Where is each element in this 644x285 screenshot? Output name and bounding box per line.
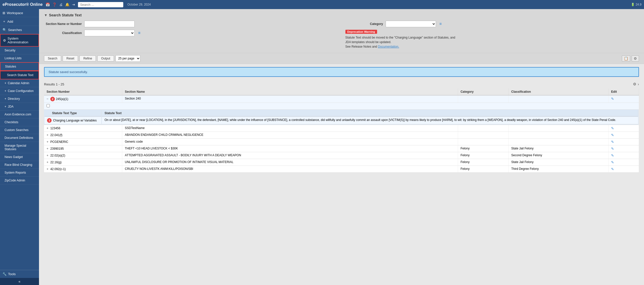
- refine-button[interactable]: Refine: [79, 55, 96, 61]
- edit-button[interactable]: ✎: [611, 140, 614, 144]
- reset-button[interactable]: Reset: [63, 55, 78, 61]
- expand-button[interactable]: +: [47, 160, 49, 164]
- deprecation-text2: See Release Notes and Documentation.: [345, 44, 399, 49]
- cell-edit: ✎: [609, 166, 639, 173]
- classification-select[interactable]: [84, 30, 135, 36]
- row-checkbox[interactable]: [47, 104, 50, 107]
- sidebar-item-search-statute-text[interactable]: Search Statute Text: [0, 71, 39, 79]
- panel-collapse-arrow[interactable]: ▼: [44, 13, 48, 17]
- cell-section-name: ABANDON ENDANGER CHILD CRIMINAL NEGLIGEN…: [122, 132, 458, 139]
- edit-button[interactable]: ✎: [611, 133, 614, 137]
- checkbox-cell: [44, 103, 639, 110]
- sidebar-item-directory[interactable]: + Directory: [0, 95, 39, 103]
- panel-title: ▼ Search Statute Text: [44, 13, 639, 17]
- table-row: + 42.092(c-1) CRUELTY NON-LIVESTK ANIM:K…: [44, 166, 639, 173]
- cell-section-name: ATTEMPTED AGGRAVATED ASSAULT - BODILY IN…: [122, 152, 458, 159]
- results-count: Results 1 - 25: [44, 82, 64, 86]
- edit-button[interactable]: ✎: [611, 160, 614, 164]
- per-page-select[interactable]: 25 per page: [115, 55, 140, 62]
- header-date: October 29, 2024: [127, 3, 151, 6]
- expand-button[interactable]: −: [47, 97, 49, 101]
- results-settings-icon[interactable]: ⚙: [633, 82, 636, 86]
- expand-button[interactable]: +: [47, 140, 49, 144]
- table-row: + 22.041(f) ABANDON ENDANGER CHILD CRIMI…: [44, 132, 639, 139]
- cell-classification: Second Degree Felony: [509, 152, 609, 159]
- results-next-icon[interactable]: ›: [638, 82, 639, 86]
- edit-button[interactable]: ✎: [611, 97, 614, 101]
- category-list-icon[interactable]: ≡: [439, 22, 442, 26]
- sidebar-item-system-reports[interactable]: System Reports: [0, 169, 39, 177]
- category-select[interactable]: [386, 21, 436, 27]
- sidebar-item-case-configuration[interactable]: + Case Configuration: [0, 87, 39, 95]
- sidebar-item-race-blind[interactable]: Race Blind Charging: [0, 161, 39, 169]
- cell-classification: [509, 139, 609, 145]
- edit-button[interactable]: ✎: [611, 153, 614, 157]
- expand-button[interactable]: +: [47, 126, 49, 130]
- output-button[interactable]: Output: [97, 55, 114, 61]
- plus-icon4: +: [5, 105, 6, 108]
- sidebar-item-lookup-lists[interactable]: Lookup Lists: [0, 54, 39, 62]
- search-button[interactable]: Search: [44, 55, 61, 61]
- signout-icon[interactable]: ⇥: [72, 3, 75, 7]
- classification-row: Classification ≡: [44, 30, 338, 36]
- sidebar-item-tools[interactable]: 🔧 Tools: [0, 270, 39, 278]
- sidebar-item-manage-special-statuses[interactable]: Manage Special Statuses: [0, 142, 39, 153]
- sidebar-item-custom-searches[interactable]: Custom Searches: [0, 126, 39, 134]
- expand-button[interactable]: +: [47, 147, 49, 150]
- sidebar-item-checklists[interactable]: Checklists: [0, 118, 39, 126]
- add-icon: ＋: [3, 19, 6, 24]
- print-icon[interactable]: 🖨: [59, 3, 63, 7]
- bell-icon[interactable]: 🔔: [65, 3, 69, 7]
- sidebar-item-calendar-admin[interactable]: + Calendar Admin: [0, 79, 39, 87]
- edit-button[interactable]: ✎: [611, 126, 614, 130]
- left-fields: Section Name or Number Classification ≡: [44, 21, 338, 49]
- calendar-icon[interactable]: 📅: [46, 3, 50, 7]
- sidebar-item-add[interactable]: ＋ Add: [0, 17, 39, 26]
- table-header-row: Section Number Section Name Category Cla…: [44, 88, 639, 95]
- help-icon[interactable]: ❓: [52, 3, 57, 7]
- sidebar-item-security[interactable]: Security: [0, 47, 39, 54]
- sidebar-item-jda[interactable]: + JDA: [0, 103, 39, 111]
- cell-section-number: + 23990195: [44, 145, 122, 152]
- cell-section-number: + PCGENERIC: [44, 139, 122, 145]
- cell-classification: [509, 125, 609, 132]
- cell-section-number: + 22.041(f): [44, 132, 122, 139]
- results-header: Results 1 - 25 ⚙ ›: [44, 80, 639, 88]
- section-name-input[interactable]: [84, 21, 135, 27]
- sidebar-item-statutes[interactable]: Statutes: [0, 62, 39, 71]
- expand-button[interactable]: +: [47, 167, 49, 171]
- edit-button[interactable]: ✎: [611, 167, 614, 171]
- sidebar-item-axon[interactable]: Axon Evidence.com: [0, 111, 39, 118]
- edit-button[interactable]: ✎: [611, 147, 614, 151]
- cell-edit: ✎: [609, 159, 639, 166]
- sidebar-item-searches[interactable]: 🔍 Searches: [0, 26, 39, 34]
- cell-category: [458, 139, 509, 145]
- sidebar-collapse-btn[interactable]: «: [0, 278, 39, 285]
- cell-section-number: + 22.16(g): [44, 159, 122, 166]
- settings-icon-btn[interactable]: ⚙: [632, 55, 639, 61]
- cell-category: [458, 95, 509, 103]
- classification-list-icon[interactable]: ≡: [138, 31, 140, 35]
- documentation-link[interactable]: Documentation.: [378, 45, 399, 48]
- sidebar-item-workspace[interactable]: ⊞ Workspace: [0, 9, 39, 17]
- toolbar-right: 📋 ⚙: [622, 55, 639, 61]
- sidebar-item-system-admin[interactable]: ⚙ System Administration: [0, 34, 39, 47]
- expand-button[interactable]: +: [47, 153, 49, 157]
- sidebar-item-document-definitions[interactable]: Document Definitions: [0, 134, 39, 142]
- results-table: Section Number Section Name Category Cla…: [44, 88, 639, 173]
- table-row: + 123456 SSDTestName ✎: [44, 125, 639, 132]
- table-row: + PCGENERIC Generic code ✎: [44, 139, 639, 145]
- sidebar-item-news-gadget[interactable]: News Gadget: [0, 153, 39, 161]
- export-icon-btn[interactable]: 📋: [622, 55, 630, 61]
- sidebar-item-zipcode-admin[interactable]: ZipCode Admin: [0, 177, 39, 184]
- cell-section-name: Generic code: [122, 139, 458, 145]
- expand-button[interactable]: +: [47, 133, 49, 137]
- search-input[interactable]: [78, 2, 123, 7]
- cell-section-name: SSDTestName: [122, 125, 458, 132]
- search-form: Section Name or Number Classification ≡: [44, 21, 639, 49]
- search-toolbar: Search Reset Refine Output 25 per page 📋…: [39, 53, 644, 64]
- sidebar-bottom: 🔧 Tools «: [0, 270, 39, 285]
- table-row: + 22.16(g) UNLAWFUL DISCLOSURE OR PROMOT…: [44, 159, 639, 166]
- table-row: − 2245(a)(1) Section 240 ✎: [44, 95, 639, 103]
- cell-category: Felony: [458, 152, 509, 159]
